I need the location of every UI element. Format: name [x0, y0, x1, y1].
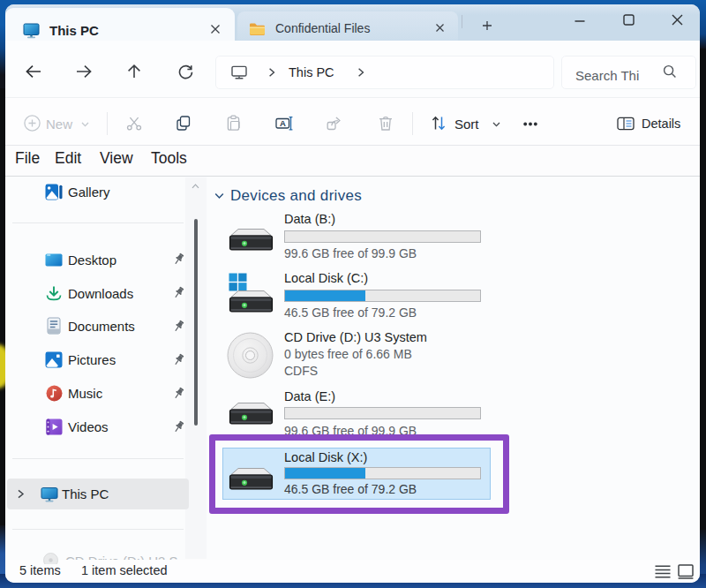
svg-text:A: A: [280, 118, 286, 128]
